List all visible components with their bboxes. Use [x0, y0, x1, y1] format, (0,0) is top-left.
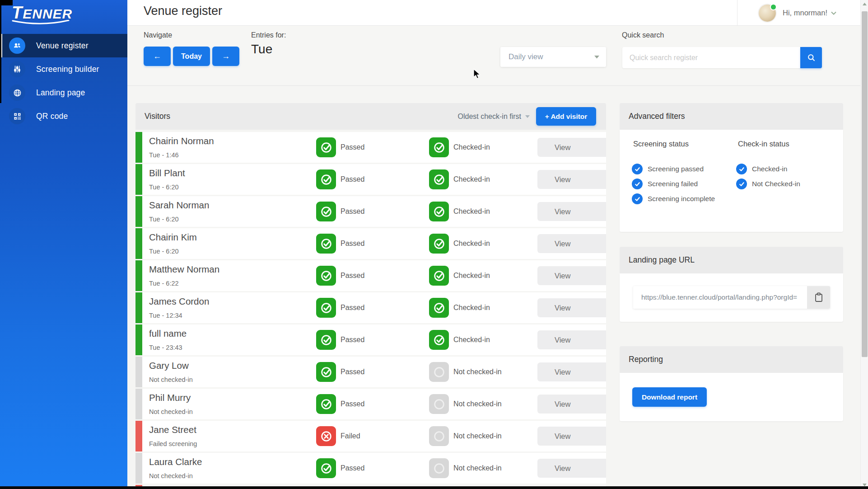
advanced-filters-body: Screening status Check-in status Screeni…	[620, 130, 843, 232]
screening-status-label: Passed	[341, 164, 364, 195]
quick-search-input[interactable]	[622, 47, 800, 68]
screening-status-icon	[316, 394, 336, 414]
visitor-name: Sarah Norman	[149, 200, 209, 211]
today-button[interactable]: Today	[173, 47, 210, 66]
sidebar-item-label: Landing page	[36, 88, 85, 98]
previous-day-button[interactable]: ←	[144, 47, 171, 66]
visitor-subtitle: Tue - 6:22	[149, 280, 179, 287]
screening-status-icon	[316, 458, 336, 478]
filter-not-checked-in[interactable]: Not Checked-in	[736, 179, 800, 189]
visitors-header: Visitors Oldest check-in first + Add vis…	[135, 103, 606, 130]
visitor-name: Matthew Norman	[149, 264, 219, 275]
row-status-bar	[135, 357, 142, 387]
checkin-status-label: Not checked-in	[453, 421, 502, 451]
visitor-row: Laura Clarke Not checked-in Passed Not c…	[135, 453, 606, 484]
visitors-title: Visitors	[145, 103, 170, 130]
visitor-name: James Cordon	[149, 296, 209, 307]
chevron-down-icon	[594, 55, 600, 59]
view-visitor-button[interactable]: View	[537, 266, 606, 285]
filter-screening-failed[interactable]: Screening failed	[632, 179, 698, 189]
sidebar-item-landing-page[interactable]: Landing page	[0, 81, 127, 104]
next-day-button[interactable]: →	[212, 47, 239, 66]
filter-label: Not Checked-in	[752, 180, 800, 188]
search-button[interactable]	[800, 47, 822, 68]
screening-status-icon	[316, 202, 336, 221]
view-mode-select[interactable]: Daily view	[500, 47, 606, 67]
quick-search	[622, 47, 822, 68]
view-visitor-button[interactable]: View	[537, 395, 606, 414]
checkbox-checked-icon	[736, 164, 747, 174]
checkin-status-icon	[429, 137, 449, 157]
filter-screening-incomplete[interactable]: Screening incomplete	[632, 193, 715, 204]
sidebar-item-qr-code[interactable]: QR code	[0, 104, 127, 128]
screening-status-label: Passed	[341, 389, 364, 419]
landing-url-input[interactable]	[633, 286, 807, 309]
visitor-subtitle: Tue - 6:20	[149, 216, 179, 223]
checkin-status-icon	[429, 362, 449, 382]
visitor-row: Gary Low Not checked-in Passed Not check…	[135, 357, 606, 387]
screening-status-icon	[316, 137, 336, 157]
sort-label: Oldest check-in first	[458, 113, 521, 121]
sort-dropdown[interactable]: Oldest check-in first	[458, 103, 530, 130]
download-report-button[interactable]: Download report	[632, 387, 707, 407]
visitor-name: Jane Street	[149, 424, 196, 435]
online-status-dot	[770, 4, 777, 10]
scrollbar-thumb[interactable]	[862, 11, 868, 357]
landing-url-group	[633, 286, 830, 309]
page-title: Venue register	[144, 4, 222, 18]
view-visitor-button[interactable]: View	[537, 298, 606, 317]
screening-status-label: Passed	[341, 453, 364, 484]
filter-label: Screening incomplete	[648, 195, 715, 203]
app-window: TENNER Venue register	[0, 0, 868, 489]
view-visitor-button[interactable]: View	[537, 330, 606, 349]
checkin-status-label: Checked-in	[453, 132, 490, 163]
toolbar: Navigate ← Today → Entries for: Tue Dail…	[127, 26, 868, 86]
screening-status-label: Passed	[341, 196, 364, 227]
row-status-bar	[135, 228, 142, 259]
checkin-status-title: Check-in status	[738, 140, 789, 148]
add-visitor-button[interactable]: + Add visitor	[536, 107, 596, 126]
sidebar-item-screening-builder[interactable]: Screening builder	[0, 57, 127, 81]
row-status-bar	[135, 421, 142, 451]
reporting-body: Download report	[620, 373, 843, 421]
reporting-title: Reporting	[629, 346, 663, 373]
page-scrollbar[interactable]	[860, 0, 868, 489]
sidebar-item-label: Screening builder	[36, 65, 99, 74]
landing-page-url-body	[620, 273, 843, 322]
screening-status-title: Screening status	[633, 140, 689, 148]
checkin-status-label: Checked-in	[453, 292, 490, 323]
checkbox-checked-icon	[632, 164, 643, 174]
view-visitor-button[interactable]: View	[537, 362, 606, 381]
avatar[interactable]	[759, 5, 776, 22]
view-visitor-button[interactable]: View	[537, 234, 606, 253]
view-visitor-button[interactable]: View	[537, 427, 606, 446]
scroll-up-arrow-icon[interactable]	[861, 0, 868, 8]
visitor-rows: Chairin Norman Tue - 1:46 Passed Checked…	[135, 132, 606, 489]
checkin-status-icon	[429, 298, 449, 318]
visitor-name: full name	[149, 328, 187, 339]
filter-label: Screening failed	[648, 180, 698, 188]
checkin-status-icon	[429, 458, 449, 478]
landing-page-url-title: Landing page URL	[629, 247, 695, 273]
visitor-row: Sarah Norman Tue - 6:20 Passed Checked-i…	[135, 196, 606, 227]
visitor-row: James Cordon Tue - 12:34 Passed Checked-…	[135, 292, 606, 323]
view-visitor-button[interactable]: View	[537, 138, 606, 157]
screening-status-label: Passed	[341, 324, 364, 355]
user-menu[interactable]: Hi, mnorman!	[759, 0, 836, 26]
screening-status-icon	[316, 426, 336, 446]
filter-checked-in[interactable]: Checked-in	[736, 164, 787, 174]
view-visitor-button[interactable]: View	[537, 459, 606, 478]
brand-logo-text: TENNER	[12, 5, 72, 21]
copy-url-button[interactable]	[807, 286, 830, 309]
checkin-status-label: Not checked-in	[453, 389, 502, 419]
screening-status-icon	[316, 266, 336, 286]
checkin-status-label: Checked-in	[453, 324, 490, 355]
view-visitor-button[interactable]: View	[537, 170, 606, 189]
view-visitor-button[interactable]: View	[537, 202, 606, 221]
filter-screening-passed[interactable]: Screening passed	[632, 164, 704, 174]
row-status-bar	[135, 260, 142, 291]
screening-status-label: Failed	[341, 421, 360, 451]
screening-status-label: Passed	[341, 357, 364, 387]
checkin-status-label: Not checked-in	[453, 357, 502, 387]
sidebar-item-venue-register[interactable]: Venue register	[0, 34, 127, 57]
